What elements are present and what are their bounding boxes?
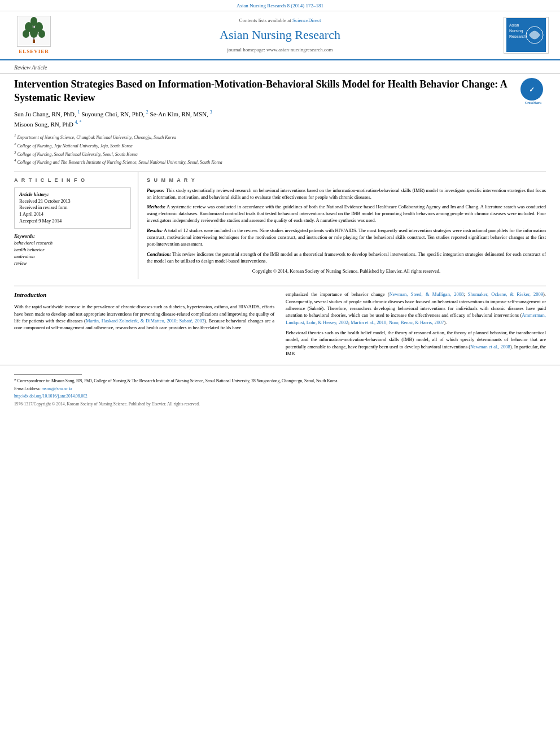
author-2-sup: 2 <box>146 110 148 115</box>
received-date: Received 21 October 2013 <box>19 198 126 205</box>
journal-center-header: Contents lists available at ScienceDirec… <box>56 17 504 53</box>
doi-note: http://dx.doi.org/10.1016/j.anr.2014.08.… <box>14 394 546 400</box>
ref-newman-2008[interactable]: Newman, Steed, & Mulligan, 2008 <box>390 291 464 297</box>
intro-para1: With the rapid worldwide increase in the… <box>14 303 274 331</box>
svg-text:Research: Research <box>509 34 526 38</box>
article-info-col: A R T I C L E I N F O Article history: R… <box>14 172 138 279</box>
elsevier-logo: ELSEVIER <box>11 16 56 55</box>
purpose-text: This study systematically reviewed resea… <box>147 187 546 200</box>
keyword-3: motivation <box>14 254 131 260</box>
results-label: Results: <box>147 228 163 233</box>
svg-text:✓: ✓ <box>529 86 535 94</box>
footer: * Correspondence to: Misoon Song, RN, Ph… <box>0 365 560 412</box>
conclusion-text: This review indicates the potential stre… <box>147 251 546 264</box>
article-info-heading: A R T I C L E I N F O <box>14 177 131 184</box>
crossmark-badge[interactable]: ✓ CrossMark <box>520 78 546 103</box>
crossmark-icon: ✓ <box>520 78 543 101</box>
svg-point-7 <box>38 30 45 38</box>
journal-homepage: journal homepage: www.asian-nursingresea… <box>56 46 504 54</box>
summary-conclusion: Conclusion: This review indicates the po… <box>147 251 546 265</box>
journal-citation: Asian Nursing Research 8 (2014) 172–181 <box>237 3 323 8</box>
crossmark-label: CrossMark <box>520 101 546 106</box>
footer-copyright: 1976-1317/Copyright © 2014, Korean Socie… <box>14 401 546 408</box>
main-content: Intervention Strategies Based on Informa… <box>0 73 560 365</box>
article-title: Intervention Strategies Based on Informa… <box>14 78 546 104</box>
summary-heading: S U M M A R Y <box>147 177 546 184</box>
author-1-sup: 1 <box>77 110 80 115</box>
author-4-sup: 4, * <box>75 120 82 125</box>
conclusion-label: Conclusion: <box>147 251 171 257</box>
keywords-box: Keywords: behavioral research health beh… <box>14 233 131 267</box>
summary-col: S U M M A R Y Purpose: This study system… <box>138 172 546 279</box>
ref-noar-2007[interactable]: Noar, Benac, & Harris, 2007 <box>389 320 444 325</box>
author-2: Suyoung Choi, RN, PhD, <box>81 111 146 117</box>
keyword-1: behavioral research <box>14 240 131 247</box>
history-label: Article history: <box>19 191 49 197</box>
accepted-date: Accepted 9 May 2014 <box>19 218 126 225</box>
ref-sabate-2003[interactable]: Sabaté, 2003 <box>180 318 204 324</box>
elsevier-brand-name: ELSEVIER <box>19 48 49 55</box>
doi-link[interactable]: http://dx.doi.org/10.1016/j.anr.2014.08.… <box>14 394 88 399</box>
body-right-col: emphasized the importance of behavior ch… <box>286 291 546 360</box>
author-1: Sun Ju Chang, RN, PhD, <box>14 111 77 117</box>
keywords-label: Keywords: <box>14 233 35 239</box>
summary-results: Results: A total of 12 studies were incl… <box>147 228 546 248</box>
revised-date: 1 April 2014 <box>19 211 126 218</box>
svg-text:Asian: Asian <box>509 23 519 27</box>
abstract-section: A R T I C L E I N F O Article history: R… <box>14 172 546 279</box>
journal-header: ELSEVIER Contents lists available at Sci… <box>0 11 560 61</box>
methods-label: Methods: <box>147 204 165 209</box>
sciencedirect-line: Contents lists available at ScienceDirec… <box>56 17 504 24</box>
svg-rect-8 <box>33 40 35 43</box>
summary-purpose: Purpose: This study systematically revie… <box>147 187 546 201</box>
journal-top-bar: Asian Nursing Research 8 (2014) 172–181 <box>0 0 560 11</box>
journal-title: Asian Nursing Research <box>56 27 504 44</box>
ref-newman-2[interactable]: Newman et al., 2008 <box>470 344 510 350</box>
ref-martin-2[interactable]: Martin et al., 2010 <box>351 320 386 325</box>
footnote-separator <box>14 374 82 375</box>
affiliations: 1 Department of Nursing Science, Chungbu… <box>14 133 546 166</box>
summary-methods: Methods: A systematic review was conduct… <box>147 204 546 224</box>
correspondence-note: * Correspondence to: Misoon Song, RN, Ph… <box>14 378 546 385</box>
ref-shumaker-2009[interactable]: Shumaker, Ockene, & Rieker, 2009 <box>468 291 543 297</box>
elsevier-tree-image <box>17 16 51 47</box>
summary-copyright: Copyright © 2014, Korean Society of Nurs… <box>147 268 546 275</box>
methods-text: A systematic review was conducted in acc… <box>147 204 546 223</box>
introduction-heading: Introduction <box>14 291 274 300</box>
authors-list: Sun Ju Chang, RN, PhD, 1 Suyoung Choi, R… <box>14 109 546 130</box>
revised-label: Received in revised form <box>19 204 126 211</box>
svg-point-5 <box>23 30 29 38</box>
results-text: A total of 12 studies were included in t… <box>147 228 546 247</box>
email-link[interactable]: msong@snu.ac.kr <box>42 386 72 391</box>
keyword-4: review <box>14 260 131 267</box>
body-divider <box>14 286 546 286</box>
purpose-label: Purpose: <box>147 187 165 193</box>
intro-para3: Behavioral theories such as the health b… <box>286 329 546 357</box>
page: Asian Nursing Research 8 (2014) 172–181 <box>0 0 560 747</box>
svg-text:Nursing: Nursing <box>509 29 523 33</box>
ref-martin-2010[interactable]: Martin, Haskard-Zolneierk, & DiMatteo, 2… <box>86 318 177 324</box>
sciencedirect-link[interactable]: ScienceDirect <box>292 18 321 23</box>
author-4: Misoon Song, RN, PhD <box>14 121 75 128</box>
article-type: Review Article <box>0 60 560 73</box>
email-note: E-mail address: msong@snu.ac.kr <box>14 386 546 392</box>
keyword-2: health behavior <box>14 247 131 254</box>
article-history-box: Article history: Received 21 October 201… <box>14 187 131 229</box>
journal-logo-right: Asian Nursing Research <box>504 17 549 54</box>
author-3: Se-An Kim, RN, MSN, <box>150 111 210 117</box>
svg-point-6 <box>30 28 38 38</box>
author-3-sup: 3 <box>210 110 212 115</box>
intro-para2: emphasized the importance of behavior ch… <box>286 291 546 326</box>
body-left-col: Introduction With the rapid worldwide in… <box>14 291 274 360</box>
body-content: Introduction With the rapid worldwide in… <box>14 291 546 360</box>
